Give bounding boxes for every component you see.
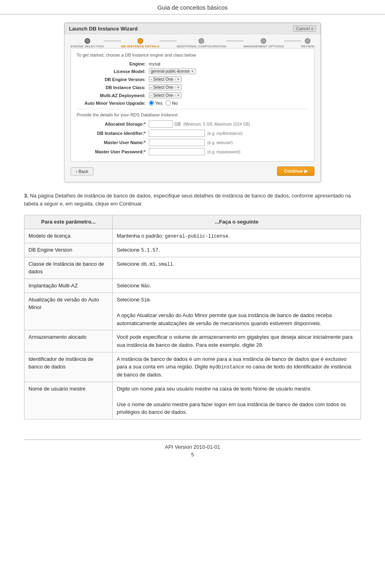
table-row: Identificador de instância de banco de d…: [24, 352, 361, 382]
section-divider: [77, 109, 308, 109]
master-password-hint: (e.g. mypassword): [207, 150, 240, 154]
multiaz-row: Multi-AZ Deployment: - Select One -: [77, 92, 308, 98]
table-row: Classe de Instância de banco de dados Se…: [24, 257, 361, 279]
wizard-step-3: ADDITIONAL CONFIGURATION: [176, 38, 226, 48]
wizard-step-5: REVIEW: [301, 38, 314, 48]
auto-minor-no-label: No: [172, 101, 178, 106]
action-cell: Você pode especificar o volume de armaze…: [113, 330, 361, 352]
master-password-input[interactable]: [149, 148, 205, 155]
auto-minor-label: Auto Minor Version Upgrade:: [77, 101, 149, 106]
action-cell: Selecione Sim. A opção Atualizar versão …: [113, 293, 361, 330]
db-instance-class-label: DB Instance Class:: [77, 85, 149, 90]
step-label-3: ADDITIONAL CONFIGURATION: [176, 45, 226, 48]
step-connector-4: [284, 41, 301, 41]
table-row: Armazenamento alocado Você pode especifi…: [24, 330, 361, 352]
param-cell: Nome de usuário mestre: [24, 382, 113, 419]
master-user-row: Master User Name:* (e.g. awsuser): [77, 139, 308, 146]
wizard-box: Launch DB Instance Wizard Cancel x ENGIN…: [64, 22, 321, 182]
wizard-steps: ENGINE SELECTION DB INSTANCE DETAILS ADD…: [71, 38, 314, 48]
page-title: Guia de conceitos básicos: [157, 4, 227, 11]
step-intro-content: Na página Detalhes de instância de banco…: [24, 193, 351, 207]
param-cell: Identificador de instância de banco de d…: [24, 352, 113, 382]
footer-api-version: API Version 2010-01-01: [24, 444, 361, 450]
step-label-1: ENGINE SELECTION: [71, 45, 104, 48]
allocated-storage-row: Allocated Storage:* GB (Minimum: 5 GB, M…: [77, 120, 308, 128]
step-label-4: MANAGEMENT OPTIONS: [243, 45, 284, 48]
action-cell: Selecione Não.: [113, 279, 361, 293]
section2-subtitle: Provide the details for your RDS Databas…: [77, 112, 308, 117]
auto-minor-yes-option[interactable]: Yes: [149, 100, 162, 106]
master-password-label: Master User Password:*: [77, 149, 149, 154]
db-engine-version-label: DB Engine Version:: [77, 77, 149, 82]
db-engine-version-select[interactable]: - Select One -: [149, 76, 182, 82]
db-instance-class-select[interactable]: - Select One -: [149, 84, 182, 90]
master-password-row: Master User Password:* (e.g. mypassword): [77, 148, 308, 155]
step-circle-2: [138, 38, 143, 44]
action-cell: Selecione db.m1.small.: [113, 257, 361, 279]
continue-button[interactable]: Continue ▶: [277, 167, 314, 176]
auto-minor-radio-group: Yes No: [149, 100, 178, 106]
param-cell: Atualização de versão do Auto Minor: [24, 293, 113, 330]
info-table: Para este parâmetro... ...Faça o seguint…: [24, 215, 361, 419]
step-connector-3: [226, 41, 243, 41]
table-row: Nome de usuário mestre Digite um nome pa…: [24, 382, 361, 419]
param-cell: DB Engine Version: [24, 243, 113, 257]
wizard-step-4: MANAGEMENT OPTIONS: [243, 38, 284, 48]
auto-minor-no-option[interactable]: No: [166, 100, 178, 106]
step-label-2: DB INSTANCE DETAILS: [121, 45, 160, 48]
step-circle-3: [199, 38, 204, 44]
wizard-titlebar: Launch DB Instance Wizard Cancel x: [65, 23, 320, 34]
action-cell: Digite um nome para seu usuário mestre n…: [113, 382, 361, 419]
wizard-step-1: ENGINE SELECTION: [71, 38, 104, 48]
wizard-body: To get started, choose a DB Instance eng…: [71, 48, 314, 162]
param-cell: Implantação Multi-AZ: [24, 279, 113, 293]
master-user-hint: (e.g. awsuser): [207, 140, 233, 145]
auto-minor-no-radio[interactable]: [166, 100, 171, 106]
auto-minor-row: Auto Minor Version Upgrade: Yes No: [77, 100, 308, 106]
license-select[interactable]: general-public-license: [149, 68, 196, 74]
allocated-storage-input[interactable]: [149, 120, 173, 128]
table-row: DB Engine Version Selecione 5.1.57.: [24, 243, 361, 257]
wizard-subtitle: To get started, choose a DB Instance eng…: [77, 53, 308, 57]
action-cell: A instância de banco de dados é um nome …: [113, 352, 361, 382]
step-circle-5: [305, 38, 310, 44]
allocated-storage-hint: (Minimum: 5 GB, Maximum 1024 GB): [183, 122, 250, 126]
table-row: Implantação Multi-AZ Selecione Não.: [24, 279, 361, 293]
page-header: Guia de conceitos básicos: [0, 0, 385, 14]
param-cell: Modelo de licença: [24, 229, 113, 243]
table-row: Atualização de versão do Auto Minor Sele…: [24, 293, 361, 330]
step-connector-2: [160, 41, 177, 41]
engine-row: Engine: mysql: [77, 61, 308, 66]
multiaz-select[interactable]: - Select One -: [149, 92, 182, 98]
col1-header: Para este parâmetro...: [24, 215, 113, 229]
step-intro-text: 3. Na página Detalhes de instância de ba…: [24, 192, 361, 208]
wizard-step-2: DB INSTANCE DETAILS: [121, 38, 160, 48]
db-identifier-label: DB Instance Identifier:*: [77, 131, 149, 136]
step-label-5: REVIEW: [301, 45, 314, 48]
engine-value: mysql: [149, 61, 160, 66]
db-engine-version-row: DB Engine Version: - Select One -: [77, 76, 308, 82]
wizard-footer: ‹ Back Continue ▶: [71, 167, 314, 176]
param-cell: Armazenamento alocado: [24, 330, 113, 352]
db-identifier-row: DB Instance Identifier:* (e.g. mydbinsta…: [77, 130, 308, 137]
db-instance-class-row: DB Instance Class: - Select One -: [77, 84, 308, 90]
auto-minor-yes-radio[interactable]: [149, 100, 154, 106]
cancel-button[interactable]: Cancel x: [293, 25, 316, 32]
multiaz-label: Multi-AZ Deployment:: [77, 93, 149, 98]
step-connector-1: [104, 41, 121, 41]
back-button[interactable]: ‹ Back: [71, 167, 93, 175]
page-footer: API Version 2010-01-01 5: [24, 439, 361, 462]
footer-page-number: 5: [24, 452, 361, 458]
master-user-label: Master User Name:*: [77, 140, 149, 145]
step-circle-4: [261, 38, 266, 44]
table-row: Modelo de licença Mantenha o padrão: gen…: [24, 229, 361, 243]
auto-minor-yes-label: Yes: [155, 101, 162, 106]
allocated-storage-label: Allocated Storage:*: [77, 122, 149, 126]
db-identifier-input[interactable]: [149, 130, 205, 137]
master-user-input[interactable]: [149, 139, 205, 146]
action-cell: Selecione 5.1.57.: [113, 243, 361, 257]
engine-label: Engine:: [77, 61, 149, 66]
license-label: License Model:: [77, 69, 149, 74]
step-number: 3.: [24, 193, 28, 199]
action-cell: Mantenha o padrão: general-public-licens…: [113, 229, 361, 243]
